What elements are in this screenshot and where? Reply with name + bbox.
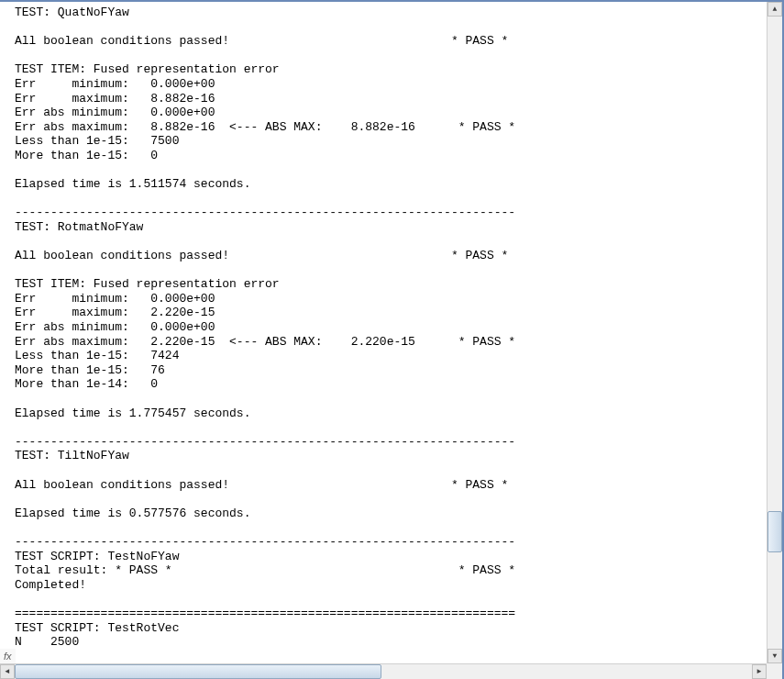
scroll-right-button[interactable]: ►: [752, 664, 767, 679]
fx-label: fx: [0, 649, 16, 663]
chevron-left-icon: ◄: [6, 668, 10, 675]
chevron-right-icon: ►: [757, 668, 762, 675]
scroll-corner: [767, 663, 782, 679]
console-text: TEST: QuatNoFYaw All boolean conditions …: [0, 2, 767, 653]
chevron-down-icon: ▼: [773, 652, 778, 660]
horizontal-scrollbar[interactable]: ◄ ►: [0, 663, 767, 679]
vertical-scrollbar[interactable]: ▲ ▼: [767, 2, 782, 663]
vertical-scroll-thumb[interactable]: [767, 511, 782, 552]
console-output-area: TEST: QuatNoFYaw All boolean conditions …: [0, 2, 767, 663]
horizontal-scroll-thumb[interactable]: [15, 664, 381, 679]
chevron-up-icon: ▲: [773, 6, 778, 13]
scroll-left-button[interactable]: ◄: [0, 664, 15, 679]
scroll-up-button[interactable]: ▲: [767, 2, 782, 17]
scroll-down-button[interactable]: ▼: [767, 649, 782, 663]
